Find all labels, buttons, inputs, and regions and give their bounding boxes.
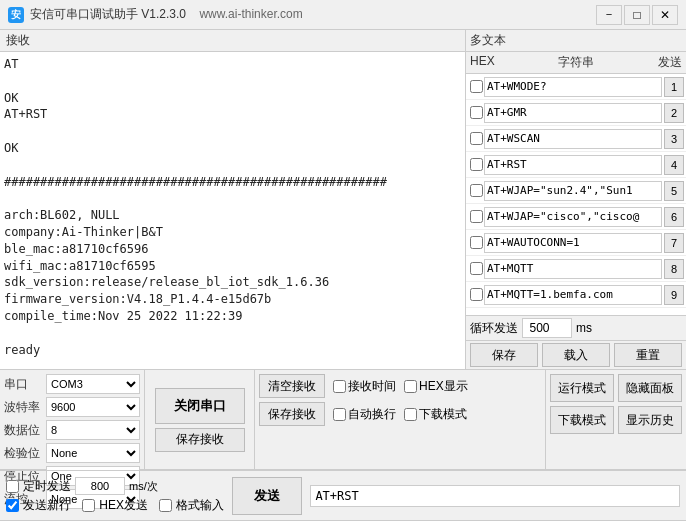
col-send: 发送 (656, 54, 682, 71)
hex-display-option[interactable]: HEX显示 (404, 378, 468, 395)
mt-hex-checkbox[interactable] (470, 236, 483, 249)
time-checkbox[interactable] (333, 380, 346, 393)
mt-send-button[interactable]: 8 (664, 259, 684, 279)
main-area: 接收 AT OK AT+RST OK #####################… (0, 30, 686, 370)
hex-send-checkbox[interactable] (82, 499, 95, 512)
load-multitext-button[interactable]: 载入 (542, 343, 610, 367)
send-options: 定时发送 ms/次 发送新行 HEX发送 格式输入 (6, 477, 224, 514)
mt-string-input[interactable] (484, 77, 662, 97)
mt-hex-checkbox[interactable] (470, 80, 483, 93)
download-mode-button[interactable]: 下载模式 (550, 406, 614, 434)
mt-hex-checkbox-wrap (468, 210, 484, 223)
mt-string-input[interactable] (484, 233, 662, 253)
mt-string-input[interactable] (484, 259, 662, 279)
rb-row-1: 运行模式 隐藏面板 (550, 374, 682, 402)
send-button[interactable]: 发送 (232, 477, 302, 515)
clear-receive-button[interactable]: 清空接收 (259, 374, 325, 398)
open-close-button[interactable]: 关闭串口 (155, 388, 245, 424)
port-row: 串口 COM3 (4, 374, 140, 394)
baud-row: 波特率 9600 (4, 397, 140, 417)
mt-send-button[interactable]: 3 (664, 129, 684, 149)
download-mode-label: 下载模式 (419, 406, 467, 423)
mt-send-button[interactable]: 1 (664, 77, 684, 97)
port-select[interactable]: COM3 (46, 374, 140, 394)
hide-panel-button[interactable]: 隐藏面板 (618, 374, 682, 402)
mt-send-button[interactable]: 7 (664, 233, 684, 253)
multitext-row: 7 (466, 230, 686, 256)
recv-bottom-buttons: 保存接收 自动换行 下载模式 (259, 402, 541, 426)
timed-label: 定时发送 (23, 478, 71, 495)
save-receive-button[interactable]: 保存接收 (155, 428, 245, 452)
mt-send-button[interactable]: 9 (664, 285, 684, 305)
cycle-ms: ms (576, 321, 592, 335)
recv-top-buttons: 清空接收 接收时间 HEX显示 (259, 374, 541, 398)
cycle-row: 循环发送 ms (466, 315, 686, 340)
mt-hex-checkbox[interactable] (470, 288, 483, 301)
download-mode-checkbox[interactable] (404, 408, 417, 421)
parity-select[interactable]: None (46, 443, 140, 463)
baud-label: 波特率 (4, 399, 42, 416)
send-area: 定时发送 ms/次 发送新行 HEX发送 格式输入 发送 (0, 470, 686, 520)
mt-string-input[interactable] (484, 285, 662, 305)
mt-hex-checkbox-wrap (468, 262, 484, 275)
multitext-row: 2 (466, 100, 686, 126)
mt-hex-checkbox[interactable] (470, 106, 483, 119)
mt-hex-checkbox[interactable] (470, 262, 483, 275)
mt-hex-checkbox[interactable] (470, 184, 483, 197)
mt-send-button[interactable]: 6 (664, 207, 684, 227)
maximize-button[interactable]: □ (624, 5, 650, 25)
cycle-input[interactable] (522, 318, 572, 338)
timed-row: 定时发送 ms/次 (6, 477, 224, 495)
data-row: 数据位 8 (4, 420, 140, 440)
mt-hex-checkbox-wrap (468, 288, 484, 301)
mt-hex-checkbox-wrap (468, 80, 484, 93)
multitext-rows: 123456789 (466, 74, 686, 315)
mt-string-input[interactable] (484, 207, 662, 227)
mt-hex-checkbox-wrap (468, 184, 484, 197)
receive-panel: 接收 AT OK AT+RST OK #####################… (0, 30, 466, 369)
baud-select[interactable]: 9600 (46, 397, 140, 417)
show-history-button[interactable]: 显示历史 (618, 406, 682, 434)
auto-newline-option[interactable]: 自动换行 (333, 406, 396, 423)
mt-string-input[interactable] (484, 129, 662, 149)
mt-hex-checkbox[interactable] (470, 132, 483, 145)
mt-hex-checkbox-wrap (468, 132, 484, 145)
multitext-row: 1 (466, 74, 686, 100)
mt-hex-checkbox-wrap (468, 106, 484, 119)
multitext-header: 多文本 (466, 30, 686, 52)
newline-checkbox[interactable] (6, 499, 19, 512)
mt-string-input[interactable] (484, 103, 662, 123)
right-buttons-area: 运行模式 隐藏面板 下载模式 显示历史 (546, 370, 686, 469)
save-multitext-button[interactable]: 保存 (470, 343, 538, 367)
reset-multitext-button[interactable]: 重置 (614, 343, 682, 367)
timed-checkbox[interactable] (6, 480, 19, 493)
send-input[interactable] (310, 485, 680, 507)
mt-hex-checkbox[interactable] (470, 210, 483, 223)
auto-newline-checkbox[interactable] (333, 408, 346, 421)
timed-input[interactable] (75, 477, 125, 495)
app-icon: 安 (8, 7, 24, 23)
multitext-row: 6 (466, 204, 686, 230)
fmt-input-checkbox[interactable] (159, 499, 172, 512)
mt-send-button[interactable]: 2 (664, 103, 684, 123)
col-hex: HEX (470, 54, 496, 71)
mt-send-button[interactable]: 5 (664, 181, 684, 201)
download-mode-option[interactable]: 下载模式 (404, 406, 467, 423)
auto-newline-label: 自动换行 (348, 406, 396, 423)
save-receive-r-button[interactable]: 保存接收 (259, 402, 325, 426)
hex-display-checkbox[interactable] (404, 380, 417, 393)
mt-string-input[interactable] (484, 155, 662, 175)
close-button[interactable]: ✕ (652, 5, 678, 25)
multitext-panel: 多文本 HEX 字符串 发送 123456789 循环发送 ms 保存 载入 重… (466, 30, 686, 369)
mt-hex-checkbox[interactable] (470, 158, 483, 171)
port-label: 串口 (4, 376, 42, 393)
time-option[interactable]: 接收时间 (333, 378, 396, 395)
data-select[interactable]: 8 (46, 420, 140, 440)
run-mode-button[interactable]: 运行模式 (550, 374, 614, 402)
minimize-button[interactable]: － (596, 5, 622, 25)
time-label: 接收时间 (348, 378, 396, 395)
mt-string-input[interactable] (484, 181, 662, 201)
multitext-columns: HEX 字符串 发送 (466, 52, 686, 74)
multitext-row: 8 (466, 256, 686, 282)
mt-send-button[interactable]: 4 (664, 155, 684, 175)
